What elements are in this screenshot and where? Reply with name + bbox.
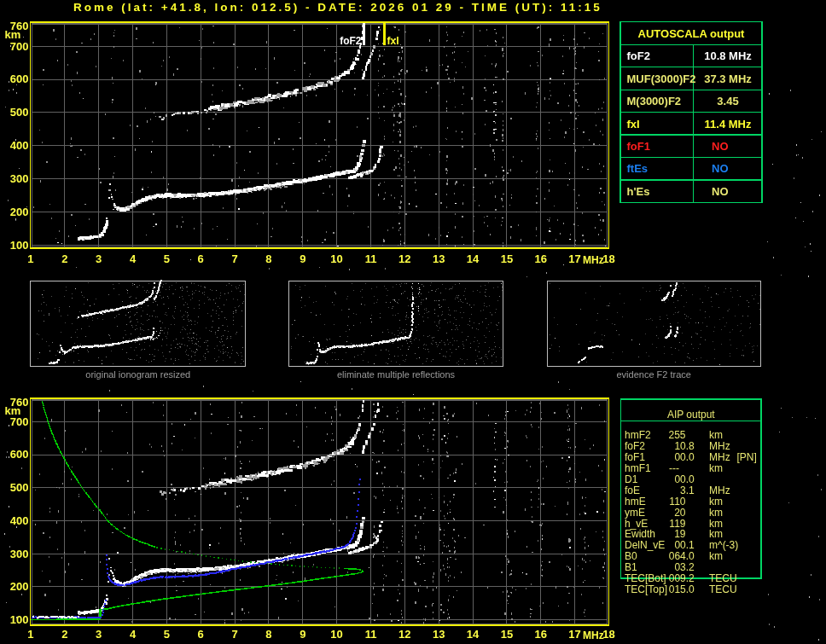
svg-text:km: km xyxy=(709,518,723,530)
svg-text:00.0: 00.0 xyxy=(674,451,695,463)
svg-text:6: 6 xyxy=(198,628,204,641)
svg-text:ymE: ymE xyxy=(625,507,645,519)
svg-text:[PN]: [PN] xyxy=(737,451,757,463)
svg-text:37.3 MHz: 37.3 MHz xyxy=(704,73,752,85)
svg-text:00.1: 00.1 xyxy=(674,539,695,551)
svg-text:hmF1: hmF1 xyxy=(625,462,651,474)
svg-text:9: 9 xyxy=(300,252,305,265)
svg-text:km: km xyxy=(709,462,723,474)
svg-text:064.0: 064.0 xyxy=(669,550,695,562)
svg-text:400: 400 xyxy=(10,139,29,152)
svg-text:km: km xyxy=(709,507,723,519)
svg-text:18: 18 xyxy=(602,252,614,265)
svg-text:Ewidth: Ewidth xyxy=(625,528,655,540)
svg-text:7: 7 xyxy=(231,628,237,641)
svg-text:15: 15 xyxy=(501,628,513,641)
svg-text:600: 600 xyxy=(10,448,29,461)
svg-text:MHz: MHz xyxy=(709,451,730,463)
svg-text:14: 14 xyxy=(467,628,480,641)
svg-text:3: 3 xyxy=(96,252,102,265)
svg-text:1: 1 xyxy=(27,252,33,265)
svg-text:15: 15 xyxy=(501,252,513,265)
svg-text:009.2: 009.2 xyxy=(669,572,695,584)
svg-text:fxI: fxI xyxy=(627,118,640,131)
svg-text:2: 2 xyxy=(61,252,67,265)
svg-text:100: 100 xyxy=(10,613,29,626)
svg-text:8: 8 xyxy=(265,628,271,641)
svg-text:8: 8 xyxy=(265,252,271,265)
svg-text:NO: NO xyxy=(712,185,729,198)
svg-text:400: 400 xyxy=(10,514,29,527)
svg-text:3.45: 3.45 xyxy=(717,95,738,107)
svg-text:12: 12 xyxy=(398,252,410,265)
svg-text:6: 6 xyxy=(198,252,204,265)
svg-text:MUF(3000)F2: MUF(3000)F2 xyxy=(627,73,696,85)
svg-text:hmF2: hmF2 xyxy=(625,429,651,441)
svg-text:TECU: TECU xyxy=(709,572,737,584)
svg-text:4: 4 xyxy=(130,252,137,265)
svg-text:MHz: MHz xyxy=(583,254,604,266)
svg-text:255: 255 xyxy=(668,429,685,441)
svg-text:foE: foE xyxy=(625,484,640,496)
svg-text:NO: NO xyxy=(712,140,729,153)
svg-text:km: km xyxy=(709,550,723,562)
svg-text:11: 11 xyxy=(365,628,377,641)
svg-text:5: 5 xyxy=(164,252,170,265)
svg-text:700: 700 xyxy=(10,40,29,53)
svg-text:10.8 MHz: 10.8 MHz xyxy=(704,49,752,62)
svg-text:17: 17 xyxy=(568,252,580,265)
svg-text:AUTOSCALA output: AUTOSCALA output xyxy=(638,27,746,40)
svg-text:11.4 MHz: 11.4 MHz xyxy=(705,118,752,131)
svg-text:10: 10 xyxy=(330,628,342,641)
svg-text:1: 1 xyxy=(27,628,33,641)
svg-text:B0: B0 xyxy=(625,550,637,562)
svg-text:TEC[Top]: TEC[Top] xyxy=(625,583,667,595)
svg-text:foF2: foF2 xyxy=(625,440,645,452)
svg-text:evidence F2 trace: evidence F2 trace xyxy=(616,369,690,380)
svg-text:DelN_vE: DelN_vE xyxy=(625,539,665,551)
svg-text:119: 119 xyxy=(669,518,685,530)
svg-text:600: 600 xyxy=(10,73,29,85)
svg-text:AIP output: AIP output xyxy=(667,409,715,421)
svg-text:original ionogram resized: original ionogram resized xyxy=(85,369,190,380)
svg-text:18: 18 xyxy=(602,628,614,641)
svg-text:3.1: 3.1 xyxy=(680,484,695,496)
svg-text:hmE: hmE xyxy=(625,496,646,508)
svg-text:300: 300 xyxy=(10,172,29,185)
svg-text:9: 9 xyxy=(300,628,305,641)
svg-text:B1: B1 xyxy=(625,561,637,573)
svg-text:14: 14 xyxy=(467,252,480,265)
svg-text:5: 5 xyxy=(164,628,170,641)
svg-text:110: 110 xyxy=(669,496,685,508)
svg-text:13: 13 xyxy=(433,252,445,265)
svg-text:13: 13 xyxy=(433,628,445,641)
svg-text:foF2: foF2 xyxy=(627,49,650,62)
svg-text:700: 700 xyxy=(10,415,29,428)
svg-text:7: 7 xyxy=(231,252,237,265)
svg-text:200: 200 xyxy=(10,580,29,593)
svg-text:500: 500 xyxy=(10,481,29,494)
svg-text:17: 17 xyxy=(568,628,580,641)
svg-text:h_vE: h_vE xyxy=(625,518,648,530)
svg-text:200: 200 xyxy=(10,206,29,218)
svg-text:16: 16 xyxy=(535,252,547,265)
svg-text:km: km xyxy=(709,429,723,441)
svg-text:10.8: 10.8 xyxy=(674,440,695,452)
svg-text:---: --- xyxy=(669,462,679,474)
svg-text:m^(-3): m^(-3) xyxy=(709,539,738,551)
svg-text:11: 11 xyxy=(365,252,377,265)
svg-text:fxI: fxI xyxy=(387,35,399,47)
svg-text:03.2: 03.2 xyxy=(674,561,695,573)
svg-text:MHz: MHz xyxy=(709,484,730,496)
svg-text:16: 16 xyxy=(535,628,547,641)
svg-text:foF1: foF1 xyxy=(625,451,645,463)
svg-text:MHz: MHz xyxy=(583,629,604,641)
svg-text:foF2: foF2 xyxy=(340,35,362,47)
svg-text:ftEs: ftEs xyxy=(627,162,649,175)
svg-text:4: 4 xyxy=(130,628,137,641)
svg-text:h'Es: h'Es xyxy=(627,185,650,198)
svg-text:M(3000)F2: M(3000)F2 xyxy=(627,95,682,107)
svg-text:TECU: TECU xyxy=(709,583,737,595)
svg-text:500: 500 xyxy=(10,106,29,119)
svg-text:3: 3 xyxy=(96,628,102,641)
